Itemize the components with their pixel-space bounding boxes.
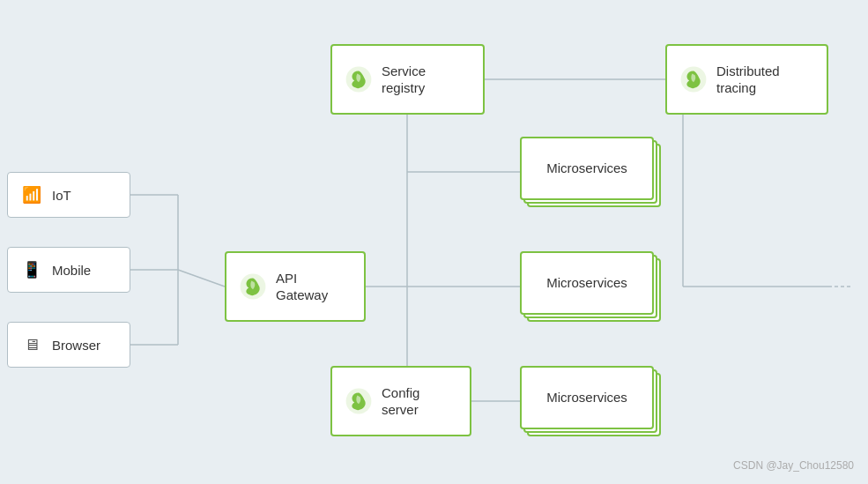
spring-icon-dt [679, 65, 708, 93]
browser-label: Browser [52, 338, 100, 353]
api-gateway-label: APIGateway [276, 270, 328, 304]
mobile-icon: 📱 [22, 260, 41, 279]
microservices-top: Microservices [520, 137, 661, 207]
microservices-top-label: Microservices [546, 160, 627, 177]
client-iot: 📶 IoT [7, 172, 130, 218]
microservices-bottom-label: Microservices [546, 389, 627, 406]
spring-icon-sr [345, 65, 373, 93]
distributed-tracing-box: Distributedtracing [665, 44, 828, 115]
distributed-tracing-label: Distributedtracing [716, 63, 780, 97]
watermark: CSDN @Jay_Chou12580 [733, 459, 854, 472]
diagram: 📶 IoT 📱 Mobile 🖥 Browser APIGateway Serv… [0, 0, 868, 484]
mobile-label: Mobile [52, 263, 91, 278]
config-server-label: Configserver [382, 384, 419, 419]
microservices-middle-label: Microservices [546, 274, 627, 292]
browser-icon: 🖥 [22, 336, 41, 354]
microservices-bottom: Microservices [520, 366, 661, 436]
client-mobile: 📱 Mobile [7, 247, 130, 293]
client-browser: 🖥 Browser [7, 322, 130, 368]
spring-icon-api [239, 272, 267, 301]
config-server-box: Configserver [330, 366, 471, 436]
spring-icon-cs [345, 387, 373, 415]
svg-line-4 [178, 270, 225, 287]
microservices-middle: Microservices [520, 251, 661, 322]
iot-label: IoT [52, 188, 71, 203]
wifi-icon: 📶 [22, 185, 41, 205]
service-registry-label: Serviceregistry [382, 63, 426, 97]
api-gateway-box: APIGateway [225, 251, 366, 322]
service-registry-box: Serviceregistry [330, 44, 485, 115]
